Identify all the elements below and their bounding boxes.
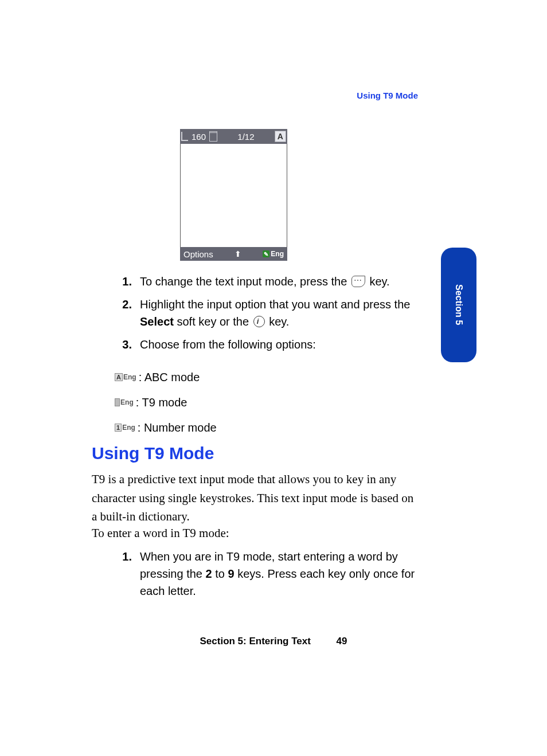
number-mode-icon: 1Eng: [115, 420, 135, 435]
input-mode-indicator: A: [275, 131, 286, 142]
left-softkey-label: Options: [183, 249, 213, 259]
list-item: 1. When you are in T9 mode, start enteri…: [119, 548, 417, 600]
list-item: 3. Choose from the following options:: [119, 336, 417, 353]
list-item: 1Eng : Number mode: [115, 415, 413, 440]
list-item: 1. To change the text input mode, press …: [119, 273, 417, 290]
signal-icon: [181, 132, 188, 141]
right-softkey-label: ✎ Eng: [263, 250, 284, 258]
body-paragraph: T9 is a predictive text input mode that …: [92, 470, 419, 526]
list-item: Eng : T9 mode: [115, 390, 413, 415]
phone-status-bar: 160 1/12 A: [180, 129, 287, 144]
input-mode-list: AEng : ABC mode Eng : T9 mode 1Eng : Num…: [115, 365, 413, 440]
phone-screenshot: 160 1/12 A Options ⬆ ✎ Eng: [180, 129, 287, 261]
list-item: AEng : ABC mode: [115, 365, 413, 390]
steps-list-b: 1. When you are in T9 mode, start enteri…: [119, 548, 417, 605]
body-paragraph: To enter a word in T9 mode:: [92, 524, 419, 543]
page-number: 49: [337, 636, 347, 647]
document-icon: [209, 131, 217, 142]
char-counter: 160: [192, 132, 206, 142]
page-indicator: 1/12: [237, 132, 254, 142]
t9-mode-icon: Eng: [115, 395, 134, 410]
phone-screen-body: [180, 144, 287, 247]
section-heading: Using T9 Mode: [92, 444, 214, 463]
abc-mode-icon: AEng: [115, 370, 136, 385]
footer-section-label: Section 5: Entering Text: [200, 636, 311, 647]
softkey-mode-icon: ✎: [263, 250, 269, 257]
up-arrow-icon: ⬆: [235, 249, 241, 258]
section-side-tab: Section 5: [441, 248, 476, 362]
section-tab-label: Section 5: [454, 284, 464, 325]
list-item: 2. Highlight the input option that you w…: [119, 296, 417, 330]
running-head: Using T9 Mode: [357, 91, 418, 100]
phone-softkey-bar: Options ⬆ ✎ Eng: [180, 247, 287, 261]
ok-key-icon: [253, 316, 265, 327]
steps-list-a: 1. To change the text input mode, press …: [119, 273, 417, 359]
page-footer: Section 5: Entering Text 49: [0, 636, 547, 647]
right-softkey-icon: [351, 276, 365, 287]
manual-page: Using T9 Mode Section 5 160 1/12 A Optio…: [0, 0, 547, 756]
